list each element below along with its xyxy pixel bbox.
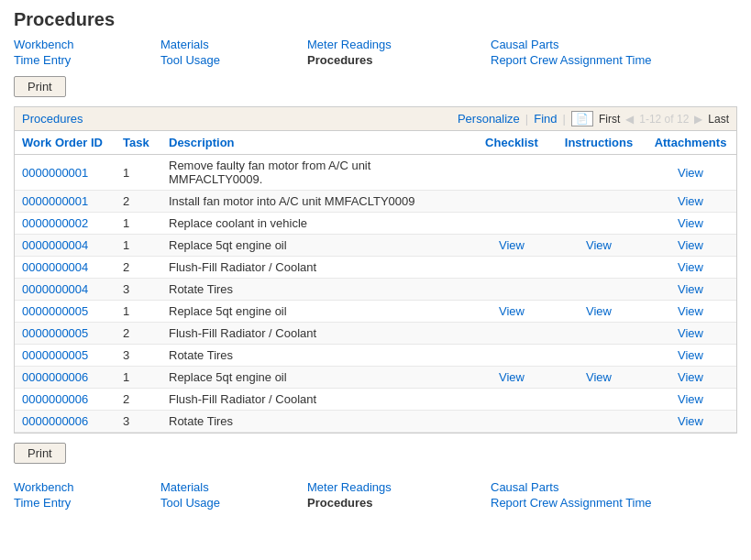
attachments-cell: View [645, 279, 736, 301]
table-row: 00000000052Flush-Fill Radiator / Coolant… [15, 323, 736, 345]
procedures-table: Work Order ID Task Description Checklist… [15, 131, 736, 433]
nav-top-materials[interactable]: Materials [160, 38, 307, 51]
attachments-view-link[interactable]: View [678, 392, 703, 406]
work-order-id-link[interactable]: 0000000006 [22, 414, 88, 428]
description-cell: Replace coolant in vehicle [161, 213, 470, 235]
instructions-view-link[interactable]: View [586, 370, 612, 384]
checklist-cell: View [470, 301, 553, 323]
attachments-view-link[interactable]: View [678, 414, 703, 428]
task-cell: 2 [116, 191, 161, 213]
attachments-view-link[interactable]: View [678, 260, 703, 274]
nav-top-tool-usage[interactable]: Tool Usage [160, 53, 307, 67]
attachments-view-link[interactable]: View [678, 282, 703, 296]
task-cell: 1 [116, 301, 161, 323]
attachments-view-link[interactable]: View [678, 194, 703, 208]
nav-bottom-causal-parts[interactable]: Causal Parts [491, 480, 737, 494]
grid-title: Procedures [22, 112, 83, 126]
description-cell: Remove faulty fan motor from A/C unit MM… [161, 155, 470, 191]
nav-bottom-tool-usage[interactable]: Tool Usage [160, 496, 307, 510]
instructions-cell [553, 213, 645, 235]
attachments-view-link[interactable]: View [678, 348, 703, 362]
attachments-cell: View [645, 155, 736, 191]
nav-bottom-materials[interactable]: Materials [160, 480, 307, 494]
attachments-view-link[interactable]: View [678, 304, 703, 318]
nav-bottom-time-entry[interactable]: Time Entry [14, 496, 160, 510]
instructions-cell [553, 411, 645, 433]
checklist-cell [470, 257, 553, 279]
nav-top-workbench[interactable]: Workbench [14, 38, 160, 51]
work-order-id-link[interactable]: 0000000001 [22, 166, 88, 180]
procedures-grid: Procedures Personalize | Find | 📄 First … [14, 106, 737, 434]
task-cell: 1 [116, 367, 161, 389]
work-order-id-link[interactable]: 0000000006 [22, 392, 88, 406]
attachments-view-link[interactable]: View [678, 370, 703, 384]
table-row: 00000000042Flush-Fill Radiator / Coolant… [15, 257, 736, 279]
work-order-id-link[interactable]: 0000000004 [22, 282, 88, 296]
checklist-view-link[interactable]: View [499, 370, 525, 384]
attachments-view-link[interactable]: View [678, 326, 703, 340]
task-cell: 3 [116, 345, 161, 367]
nav-bottom: Workbench Materials Meter Readings Causa… [14, 480, 737, 510]
find-link[interactable]: Find [534, 112, 557, 126]
attachments-view-link[interactable]: View [678, 166, 703, 180]
instructions-cell [553, 155, 645, 191]
work-order-id-link[interactable]: 0000000005 [22, 304, 88, 318]
nav-bottom-workbench[interactable]: Workbench [14, 480, 160, 494]
table-row: 00000000062Flush-Fill Radiator / Coolant… [15, 389, 736, 411]
work-order-id-link[interactable]: 0000000005 [22, 348, 88, 362]
checklist-cell [470, 389, 553, 411]
col-header-description: Description [161, 131, 470, 155]
print-button-bottom[interactable]: Print [14, 443, 66, 464]
instructions-cell: View [553, 235, 645, 257]
table-header-row: Work Order ID Task Description Checklist… [15, 131, 736, 155]
export-icon[interactable]: 📄 [571, 111, 593, 126]
col-header-task: Task [116, 131, 161, 155]
attachments-cell: View [645, 389, 736, 411]
work-order-id-link[interactable]: 0000000001 [22, 194, 88, 208]
task-cell: 2 [116, 389, 161, 411]
instructions-cell [553, 257, 645, 279]
checklist-view-link[interactable]: View [499, 304, 525, 318]
attachments-cell: View [645, 301, 736, 323]
checklist-cell [470, 279, 553, 301]
table-row: 00000000012Install fan motor into A/C un… [15, 191, 736, 213]
nav-bottom-procedures: Procedures [307, 496, 491, 510]
print-button-top[interactable]: Print [14, 76, 66, 97]
attachments-view-link[interactable]: View [678, 216, 703, 230]
personalize-link[interactable]: Personalize [458, 112, 520, 126]
nav-top-meter-readings[interactable]: Meter Readings [307, 38, 491, 51]
checklist-cell [470, 345, 553, 367]
checklist-view-link[interactable]: View [499, 238, 525, 252]
nav-top-report-crew[interactable]: Report Crew Assignment Time [491, 53, 737, 67]
work-order-id-link[interactable]: 0000000005 [22, 326, 88, 340]
table-row: 00000000063Rotate TiresView [15, 411, 736, 433]
instructions-view-link[interactable]: View [586, 238, 612, 252]
attachments-view-link[interactable]: View [678, 238, 703, 252]
nav-top-time-entry[interactable]: Time Entry [14, 53, 160, 67]
nav-bottom-report-crew[interactable]: Report Crew Assignment Time [491, 496, 737, 510]
instructions-view-link[interactable]: View [586, 304, 612, 318]
description-cell: Rotate Tires [161, 411, 470, 433]
nav-top-procedures: Procedures [307, 53, 491, 67]
work-order-id-link[interactable]: 0000000002 [22, 216, 88, 230]
table-row: 00000000011Remove faulty fan motor from … [15, 155, 736, 191]
work-order-id-link[interactable]: 0000000004 [22, 238, 88, 252]
instructions-cell: View [553, 367, 645, 389]
attachments-cell: View [645, 257, 736, 279]
col-header-attachments: Attachments [645, 131, 736, 155]
checklist-cell [470, 191, 553, 213]
checklist-cell: View [470, 367, 553, 389]
description-cell: Install fan motor into A/C unit MMFACLTY… [161, 191, 470, 213]
description-cell: Flush-Fill Radiator / Coolant [161, 257, 470, 279]
work-order-id-link[interactable]: 0000000004 [22, 260, 88, 274]
work-order-id-link[interactable]: 0000000006 [22, 370, 88, 384]
attachments-cell: View [645, 411, 736, 433]
checklist-cell: View [470, 235, 553, 257]
table-body: 00000000011Remove faulty fan motor from … [15, 155, 736, 433]
nav-bottom-meter-readings[interactable]: Meter Readings [307, 480, 491, 494]
table-row: 00000000061Replace 5qt engine oilViewVie… [15, 367, 736, 389]
attachments-cell: View [645, 323, 736, 345]
task-cell: 1 [116, 155, 161, 191]
checklist-cell [470, 411, 553, 433]
nav-top-causal-parts[interactable]: Causal Parts [491, 38, 737, 51]
